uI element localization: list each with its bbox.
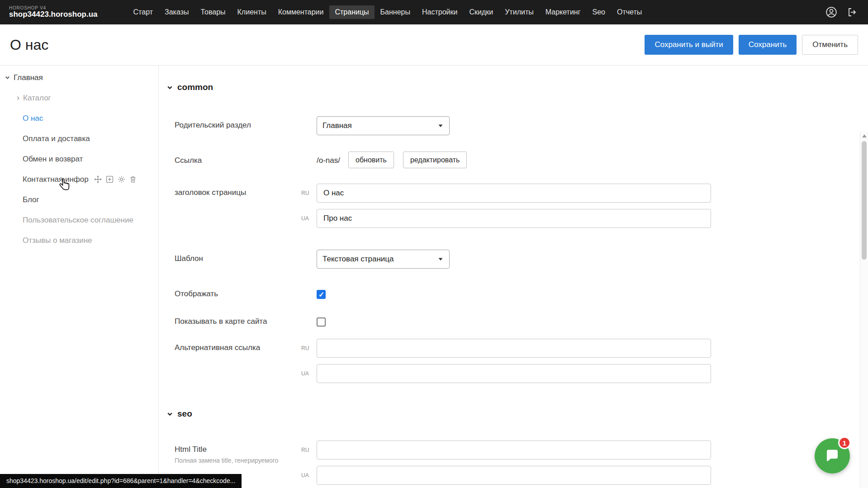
chevron-down-icon[interactable] [5,75,10,81]
app-logo[interactable]: HOROSHOP V4 shop34423.horoshop.ua [9,6,98,19]
save-and-exit-button[interactable]: Сохранить и выйти [645,35,733,55]
html-title-hint: Полная замена title, генерируемого [175,457,301,465]
chat-unread-badge: 1 [838,436,851,449]
chevron-down-icon [437,256,444,262]
lang-ua-badge: UA [301,215,317,222]
html-title-ru-input[interactable] [317,441,711,460]
section-seo-toggle[interactable]: seo [159,408,868,419]
lang-ru-badge: RU [301,447,317,453]
scrollbar-thumb[interactable] [862,141,867,260]
nav-discounts[interactable]: Скидки [463,0,499,24]
section-common-toggle[interactable]: common [159,82,868,93]
shop-domain-label: shop34423.horoshop.ua [9,10,98,19]
lang-ru-badge: RU [301,345,317,351]
save-button[interactable]: Сохранить [739,35,797,55]
sidebar-item-blog[interactable]: Блог [0,190,158,210]
page-heading-label: заголовок страницы [175,184,301,228]
display-checkbox[interactable] [317,290,326,299]
alt-link-ru-input[interactable] [317,339,711,358]
cancel-button[interactable]: Отменить [802,35,858,55]
alt-link-label: Альтернативная ссылка [175,339,301,383]
link-label: Ссылка [175,152,301,168]
lang-ua-badge: UA [301,472,317,479]
sidebar-item-polzovatelskoe[interactable]: Пользовательское соглашение [0,210,158,230]
sidebar-item-glavnaya[interactable]: Главная [0,67,158,88]
nav-clients[interactable]: Клиенты [232,0,272,24]
nav-utilities[interactable]: Утилиты [499,0,540,24]
drag-move-icon[interactable] [94,175,102,183]
alt-link-ua-input[interactable] [317,364,711,383]
sidebar-item-o-nas[interactable]: О нас [0,108,158,128]
top-navigation: Старт Заказы Товары Клиенты Комментарии … [128,0,648,24]
nav-products[interactable]: Товары [195,0,232,24]
pages-tree-sidebar: Главная Каталог О нас Оплата и доставка … [0,66,159,488]
sidebar-item-otzyvy[interactable]: Отзывы о магазине [0,230,158,251]
vertical-scrollbar[interactable] [860,131,868,488]
topbar: HOROSHOP V4 shop34423.horoshop.ua Старт … [0,0,868,24]
link-path-value: /o-nas/ [317,155,340,165]
delete-trash-icon[interactable] [129,175,137,183]
lang-ua-badge: UA [301,370,317,377]
lang-ru-badge: RU [301,190,317,196]
nav-pages[interactable]: Страницы [329,0,374,24]
chevron-down-icon [166,411,173,417]
sidebar-item-obmen-vozvrat[interactable]: Обмен и возврат [0,149,158,169]
chevron-down-icon [437,123,444,129]
sidebar-item-oplata-dostavka[interactable]: Оплата и доставка [0,128,158,149]
template-select[interactable]: Текстовая страница [317,250,450,269]
nav-banners[interactable]: Баннеры [375,0,416,24]
sitemap-label: Показывать в карте сайта [175,313,301,327]
chat-widget[interactable]: 1 [815,438,850,474]
page-header: О нас Сохранить и выйти Сохранить Отмени… [0,24,868,65]
page-title: О нас [10,37,48,53]
chevron-right-icon[interactable] [15,95,21,101]
page-edit-form: common Родительский раздел Главная Ссылк… [159,66,868,488]
parent-section-label: Родительский раздел [175,116,301,135]
html-title-ua-input[interactable] [317,466,711,485]
nav-reports[interactable]: Отчеты [611,0,648,24]
sitemap-checkbox[interactable] [317,317,326,327]
chat-bubble-icon [824,448,840,464]
page-heading-ua-input[interactable] [317,209,711,228]
link-refresh-button[interactable]: обновить [348,152,394,168]
nav-orders[interactable]: Заказы [159,0,194,24]
scrollbar-up-arrow[interactable] [862,134,867,137]
display-label: Отображать [175,285,301,299]
nav-start[interactable]: Старт [128,0,159,24]
link-edit-button[interactable]: редактировать [403,152,467,168]
nav-settings[interactable]: Настройки [416,0,463,24]
nav-marketing[interactable]: Маркетинг [540,0,587,24]
sidebar-item-kontaktnaya-infor[interactable]: Контактная инфор [0,169,158,190]
page-heading-ru-input[interactable] [317,184,711,203]
nav-comments[interactable]: Комментарии [272,0,330,24]
sidebar-item-katalog[interactable]: Каталог [0,88,158,108]
parent-section-select[interactable]: Главная [317,116,450,135]
nav-seo[interactable]: Seo [587,0,611,24]
settings-gear-icon[interactable] [118,175,125,183]
chevron-down-icon [166,84,173,91]
add-page-icon[interactable] [106,175,114,183]
logout-icon[interactable] [846,6,858,18]
template-label: Шаблон [175,250,301,269]
status-url-tooltip: shop34423.horoshop.ua/edit/edit.php?id=6… [0,474,242,488]
account-icon[interactable] [825,6,837,18]
